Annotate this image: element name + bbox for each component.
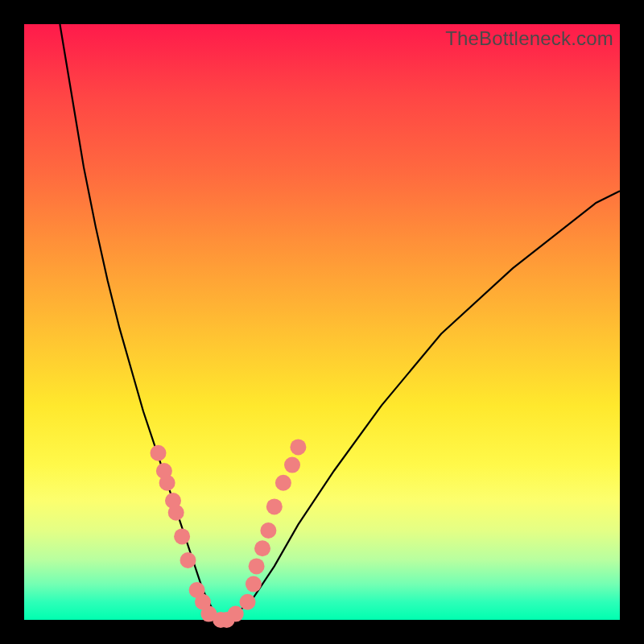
chart-frame: TheBottleneck.com [0, 0, 644, 644]
curve-marker [246, 576, 262, 592]
curve-marker [275, 475, 291, 491]
bottleneck-curve [60, 24, 620, 620]
curve-marker [284, 457, 300, 473]
curve-marker [180, 552, 196, 568]
curve-marker [254, 540, 270, 556]
curve-marker [168, 505, 184, 521]
curve-marker [151, 445, 167, 461]
marker-group [151, 439, 307, 628]
curve-marker [266, 498, 283, 514]
curve-marker [290, 439, 306, 455]
curve-marker [159, 475, 175, 491]
curve-marker [260, 522, 276, 539]
curve-svg [24, 24, 620, 620]
curve-marker [228, 606, 244, 622]
curve-marker [249, 558, 265, 574]
curve-marker [174, 528, 190, 544]
curve-marker [240, 594, 256, 610]
plot-area: TheBottleneck.com [24, 24, 620, 620]
